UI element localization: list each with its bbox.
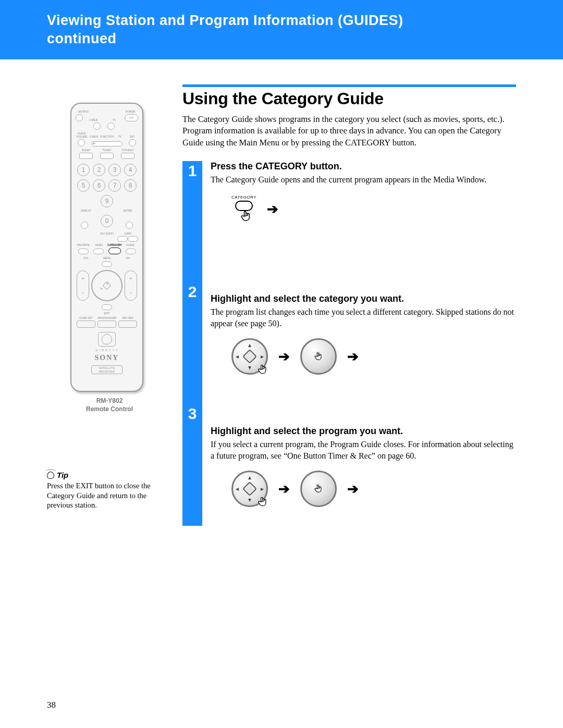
steps-content: Press the CATEGORY button. The Category … [211, 161, 516, 526]
category-button-icon: CATEGORY [231, 195, 256, 224]
remote-ch-rocker: +− [125, 270, 137, 301]
step-number-2: 2 [188, 283, 197, 301]
steps-vertical-bar: 1 2 3 [182, 161, 202, 526]
arrow-right-icon: ➔ [347, 481, 359, 497]
remote-btn-sat: SAT [125, 114, 138, 121]
header-line-2: continued [47, 30, 548, 48]
step-3: Highlight and select the program you wan… [211, 426, 516, 507]
step-2: Highlight and select the category you wa… [211, 293, 516, 408]
hand-press-icon [239, 209, 253, 224]
remote-btn-category-highlight [108, 248, 121, 254]
remote-vol-rocker: +− [77, 270, 89, 301]
header-line-1: Viewing Station and Program Information … [47, 11, 548, 30]
step-number-3: 3 [188, 405, 197, 423]
page-header: Viewing Station and Program Information … [0, 0, 563, 59]
steps-wrapper: 1 2 3 Press the CATEGORY button. The Cat… [182, 161, 516, 526]
tip-body: Press the EXIT button to close the Categ… [47, 481, 172, 509]
step-1-diagram: CATEGORY ➔ [211, 195, 516, 224]
accent-rule [182, 84, 516, 87]
step-1: Press the CATEGORY button. The Category … [211, 161, 516, 276]
step-1-body: The Category Guide opens and the current… [211, 174, 516, 186]
arrow-right-icon: ➔ [347, 349, 359, 365]
step-number-1: 1 [188, 162, 197, 180]
navpad-arrows-icon: ▴▾◂▸ [231, 471, 268, 507]
navpad-arrows-icon: ▴▾◂▸ [231, 338, 268, 375]
remote-sat-receiver-label: SATELLITE RECEIVER [91, 365, 123, 374]
remote-body: MUTINGPOWER CABLETVSAT AUDIO VOLUME CABL… [70, 103, 143, 392]
remote-btn-muting [76, 114, 83, 121]
remote-illustration: MUTINGPOWER CABLETVSAT AUDIO VOLUME CABL… [70, 103, 149, 413]
right-column: Using the Category Guide The Category Gu… [182, 84, 516, 526]
page-body: MUTINGPOWER CABLETVSAT AUDIO VOLUME CABL… [0, 84, 563, 526]
step-3-body: If you select a current program, the Pro… [211, 439, 516, 461]
remote-nav-pad [91, 270, 123, 301]
step-2-head: Highlight and select the category you wa… [211, 293, 516, 304]
tip-block: Tip Press the EXIT button to close the C… [47, 471, 172, 509]
step-1-head: Press the CATEGORY button. [211, 161, 516, 172]
tip-heading: Tip [47, 471, 172, 479]
arrow-right-icon: ➔ [278, 349, 290, 365]
step-2-body: The program list changes each time you s… [211, 306, 516, 329]
intro-text: The Category Guide shows programs in the… [182, 114, 516, 149]
step-3-head: Highlight and select the program you wan… [211, 426, 516, 437]
left-column: MUTINGPOWER CABLETVSAT AUDIO VOLUME CABL… [47, 84, 172, 526]
hand-press-icon [256, 363, 270, 376]
step-2-diagram: ▴▾◂▸ ➔ ➔ [211, 338, 516, 375]
navpad-press-icon [300, 471, 337, 507]
section-title: Using the Category Guide [182, 89, 516, 108]
sony-logo: SONY [76, 354, 138, 362]
arrow-right-icon: ➔ [278, 481, 290, 497]
directv-logo-icon [98, 332, 116, 347]
hand-press-icon [256, 495, 270, 509]
step-3-diagram: ▴▾◂▸ ➔ ➔ [211, 471, 516, 507]
remote-numpad: 1 2 3 4 5 6 7 8 9 [76, 162, 138, 209]
remote-label-muting: MUTING [76, 110, 91, 113]
page-number: 38 [47, 700, 56, 710]
navpad-press-icon [300, 338, 337, 375]
remote-label-power: POWER [123, 110, 138, 113]
remote-label-category: CATEGORY [107, 243, 123, 246]
remote-caption: RM-Y802 Remote Control [70, 397, 149, 413]
remote-function-slider [91, 141, 123, 146]
arrow-right-icon: ➔ [267, 201, 278, 217]
lightbulb-icon [47, 472, 54, 479]
